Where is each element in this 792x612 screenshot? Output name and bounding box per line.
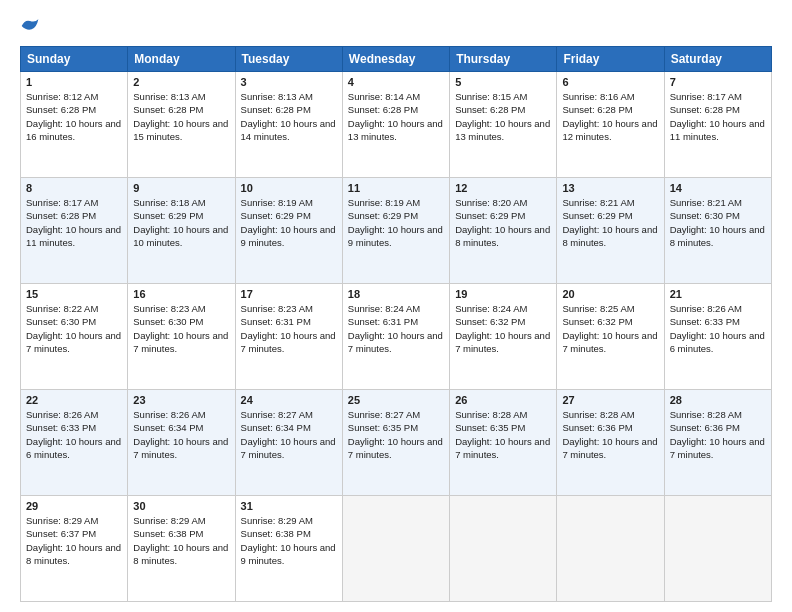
day-info: Sunrise: 8:26 AMSunset: 6:33 PMDaylight:…	[26, 409, 121, 460]
calendar-cell: 27Sunrise: 8:28 AMSunset: 6:36 PMDayligh…	[557, 390, 664, 496]
page: SundayMondayTuesdayWednesdayThursdayFrid…	[0, 0, 792, 612]
logo	[20, 16, 44, 36]
calendar-cell: 5Sunrise: 8:15 AMSunset: 6:28 PMDaylight…	[450, 72, 557, 178]
calendar-week-row: 1Sunrise: 8:12 AMSunset: 6:28 PMDaylight…	[21, 72, 772, 178]
logo-icon	[20, 16, 40, 36]
calendar-cell: 17Sunrise: 8:23 AMSunset: 6:31 PMDayligh…	[235, 284, 342, 390]
day-info: Sunrise: 8:29 AMSunset: 6:38 PMDaylight:…	[241, 515, 336, 566]
day-number: 11	[348, 182, 444, 194]
day-info: Sunrise: 8:21 AMSunset: 6:30 PMDaylight:…	[670, 197, 765, 248]
calendar-cell: 13Sunrise: 8:21 AMSunset: 6:29 PMDayligh…	[557, 178, 664, 284]
day-info: Sunrise: 8:14 AMSunset: 6:28 PMDaylight:…	[348, 91, 443, 142]
day-number: 2	[133, 76, 229, 88]
calendar-cell: 1Sunrise: 8:12 AMSunset: 6:28 PMDaylight…	[21, 72, 128, 178]
calendar-cell: 8Sunrise: 8:17 AMSunset: 6:28 PMDaylight…	[21, 178, 128, 284]
day-number: 30	[133, 500, 229, 512]
day-info: Sunrise: 8:25 AMSunset: 6:32 PMDaylight:…	[562, 303, 657, 354]
calendar-cell: 3Sunrise: 8:13 AMSunset: 6:28 PMDaylight…	[235, 72, 342, 178]
day-number: 27	[562, 394, 658, 406]
day-number: 28	[670, 394, 766, 406]
day-info: Sunrise: 8:12 AMSunset: 6:28 PMDaylight:…	[26, 91, 121, 142]
day-number: 26	[455, 394, 551, 406]
day-number: 21	[670, 288, 766, 300]
day-info: Sunrise: 8:28 AMSunset: 6:36 PMDaylight:…	[562, 409, 657, 460]
weekday-header-friday: Friday	[557, 47, 664, 72]
calendar-cell: 4Sunrise: 8:14 AMSunset: 6:28 PMDaylight…	[342, 72, 449, 178]
calendar-header-row: SundayMondayTuesdayWednesdayThursdayFrid…	[21, 47, 772, 72]
calendar-cell: 7Sunrise: 8:17 AMSunset: 6:28 PMDaylight…	[664, 72, 771, 178]
calendar-week-row: 29Sunrise: 8:29 AMSunset: 6:37 PMDayligh…	[21, 496, 772, 602]
day-info: Sunrise: 8:20 AMSunset: 6:29 PMDaylight:…	[455, 197, 550, 248]
calendar-cell: 20Sunrise: 8:25 AMSunset: 6:32 PMDayligh…	[557, 284, 664, 390]
calendar-cell: 21Sunrise: 8:26 AMSunset: 6:33 PMDayligh…	[664, 284, 771, 390]
calendar-cell	[342, 496, 449, 602]
calendar-week-row: 8Sunrise: 8:17 AMSunset: 6:28 PMDaylight…	[21, 178, 772, 284]
day-info: Sunrise: 8:28 AMSunset: 6:36 PMDaylight:…	[670, 409, 765, 460]
calendar-cell: 23Sunrise: 8:26 AMSunset: 6:34 PMDayligh…	[128, 390, 235, 496]
calendar-cell: 10Sunrise: 8:19 AMSunset: 6:29 PMDayligh…	[235, 178, 342, 284]
day-number: 31	[241, 500, 337, 512]
header	[20, 16, 772, 36]
calendar-cell: 11Sunrise: 8:19 AMSunset: 6:29 PMDayligh…	[342, 178, 449, 284]
day-number: 15	[26, 288, 122, 300]
day-number: 18	[348, 288, 444, 300]
day-number: 14	[670, 182, 766, 194]
calendar-cell: 12Sunrise: 8:20 AMSunset: 6:29 PMDayligh…	[450, 178, 557, 284]
day-number: 8	[26, 182, 122, 194]
day-info: Sunrise: 8:15 AMSunset: 6:28 PMDaylight:…	[455, 91, 550, 142]
day-number: 13	[562, 182, 658, 194]
weekday-header-tuesday: Tuesday	[235, 47, 342, 72]
day-number: 1	[26, 76, 122, 88]
day-number: 16	[133, 288, 229, 300]
day-info: Sunrise: 8:26 AMSunset: 6:33 PMDaylight:…	[670, 303, 765, 354]
calendar-cell: 24Sunrise: 8:27 AMSunset: 6:34 PMDayligh…	[235, 390, 342, 496]
weekday-header-saturday: Saturday	[664, 47, 771, 72]
day-info: Sunrise: 8:17 AMSunset: 6:28 PMDaylight:…	[670, 91, 765, 142]
day-info: Sunrise: 8:29 AMSunset: 6:38 PMDaylight:…	[133, 515, 228, 566]
day-number: 3	[241, 76, 337, 88]
calendar-cell: 9Sunrise: 8:18 AMSunset: 6:29 PMDaylight…	[128, 178, 235, 284]
day-number: 10	[241, 182, 337, 194]
calendar-cell: 31Sunrise: 8:29 AMSunset: 6:38 PMDayligh…	[235, 496, 342, 602]
day-info: Sunrise: 8:23 AMSunset: 6:31 PMDaylight:…	[241, 303, 336, 354]
calendar-cell: 25Sunrise: 8:27 AMSunset: 6:35 PMDayligh…	[342, 390, 449, 496]
calendar-cell: 19Sunrise: 8:24 AMSunset: 6:32 PMDayligh…	[450, 284, 557, 390]
day-info: Sunrise: 8:19 AMSunset: 6:29 PMDaylight:…	[241, 197, 336, 248]
calendar-cell	[450, 496, 557, 602]
day-info: Sunrise: 8:13 AMSunset: 6:28 PMDaylight:…	[133, 91, 228, 142]
day-number: 12	[455, 182, 551, 194]
day-number: 4	[348, 76, 444, 88]
calendar-week-row: 22Sunrise: 8:26 AMSunset: 6:33 PMDayligh…	[21, 390, 772, 496]
calendar-cell	[557, 496, 664, 602]
day-number: 24	[241, 394, 337, 406]
day-info: Sunrise: 8:21 AMSunset: 6:29 PMDaylight:…	[562, 197, 657, 248]
day-info: Sunrise: 8:26 AMSunset: 6:34 PMDaylight:…	[133, 409, 228, 460]
day-info: Sunrise: 8:13 AMSunset: 6:28 PMDaylight:…	[241, 91, 336, 142]
day-number: 23	[133, 394, 229, 406]
day-info: Sunrise: 8:16 AMSunset: 6:28 PMDaylight:…	[562, 91, 657, 142]
day-number: 9	[133, 182, 229, 194]
calendar-cell: 29Sunrise: 8:29 AMSunset: 6:37 PMDayligh…	[21, 496, 128, 602]
day-number: 20	[562, 288, 658, 300]
day-info: Sunrise: 8:24 AMSunset: 6:31 PMDaylight:…	[348, 303, 443, 354]
weekday-header-monday: Monday	[128, 47, 235, 72]
day-number: 7	[670, 76, 766, 88]
weekday-header-sunday: Sunday	[21, 47, 128, 72]
calendar-cell: 18Sunrise: 8:24 AMSunset: 6:31 PMDayligh…	[342, 284, 449, 390]
day-number: 5	[455, 76, 551, 88]
day-info: Sunrise: 8:23 AMSunset: 6:30 PMDaylight:…	[133, 303, 228, 354]
day-number: 25	[348, 394, 444, 406]
day-info: Sunrise: 8:18 AMSunset: 6:29 PMDaylight:…	[133, 197, 228, 248]
calendar-cell: 16Sunrise: 8:23 AMSunset: 6:30 PMDayligh…	[128, 284, 235, 390]
calendar-table: SundayMondayTuesdayWednesdayThursdayFrid…	[20, 46, 772, 602]
day-info: Sunrise: 8:17 AMSunset: 6:28 PMDaylight:…	[26, 197, 121, 248]
calendar-cell	[664, 496, 771, 602]
calendar-cell: 14Sunrise: 8:21 AMSunset: 6:30 PMDayligh…	[664, 178, 771, 284]
day-info: Sunrise: 8:29 AMSunset: 6:37 PMDaylight:…	[26, 515, 121, 566]
day-number: 6	[562, 76, 658, 88]
calendar-week-row: 15Sunrise: 8:22 AMSunset: 6:30 PMDayligh…	[21, 284, 772, 390]
day-number: 29	[26, 500, 122, 512]
calendar-cell: 26Sunrise: 8:28 AMSunset: 6:35 PMDayligh…	[450, 390, 557, 496]
day-info: Sunrise: 8:28 AMSunset: 6:35 PMDaylight:…	[455, 409, 550, 460]
day-info: Sunrise: 8:27 AMSunset: 6:34 PMDaylight:…	[241, 409, 336, 460]
